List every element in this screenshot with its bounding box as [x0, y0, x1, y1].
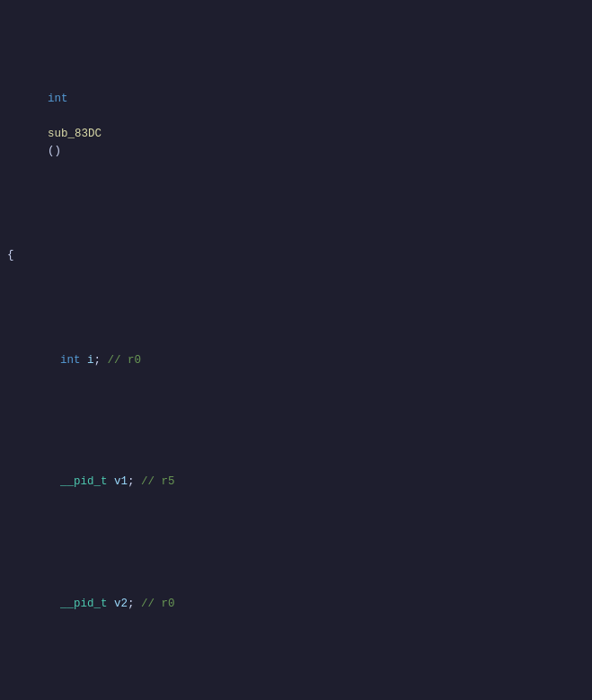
keyword-int: int	[48, 93, 68, 105]
line-4: __pid_t v1; // r5	[0, 456, 592, 509]
line-3: int i; // r0	[0, 334, 592, 386]
line-5: __pid_t v2; // r0	[0, 578, 592, 630]
func-name: sub_83DC	[48, 128, 102, 140]
line-1: int sub_83DC ()	[0, 74, 592, 178]
line-2: {	[0, 247, 592, 264]
code-viewer: int sub_83DC () { int i; // r0 __pid_t v…	[0, 0, 592, 700]
